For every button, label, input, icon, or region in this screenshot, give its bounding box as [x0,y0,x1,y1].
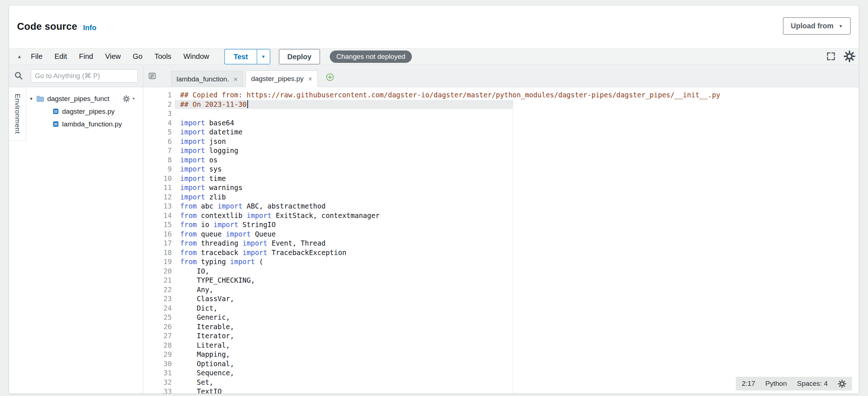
menu-find[interactable]: Find [79,52,93,61]
test-button[interactable]: Test [224,49,257,64]
language-mode[interactable]: Python [765,380,787,388]
tab-strip: lambda_function. × dagster_pipes.py × [143,65,859,87]
text-cursor [247,100,248,108]
code-line[interactable]: Sequence, [175,368,859,378]
menu-go[interactable]: Go [133,52,142,61]
sidebar-search-area [9,65,143,87]
caret-down-icon: ▼ [261,54,265,59]
file-label: lambda_function.py [62,120,122,128]
gutter[interactable]: 1234567891011121314151617181920212223242… [143,87,175,394]
menu-list: File Edit Find View Go Tools Window [31,52,209,61]
collapse-panel-icon[interactable]: ▲ [17,54,22,59]
code-line[interactable]: import zlib [175,193,859,202]
code-line[interactable]: from io import StringIO [175,220,859,230]
code-line[interactable] [175,109,859,118]
search-tab-band: lambda_function. × dagster_pipes.py × [9,65,859,87]
code-line[interactable]: from typing import ( [175,257,859,267]
page-title: Code source [17,21,77,32]
code-line[interactable]: from contextlib import ExitStack, contex… [175,211,859,221]
code-line[interactable]: ## Copied from: https://raw.githubuserco… [175,90,859,100]
open-tabs: lambda_function. × dagster_pipes.py × [171,70,334,87]
file-label: dagster_pipes.py [62,108,115,116]
close-icon[interactable]: × [308,75,312,82]
deploy-button[interactable]: Deploy [279,49,320,64]
tab-label: dagster_pipes.py [251,75,304,83]
tree-folder-row[interactable]: ▼ dagster_pipes_funct [26,92,141,105]
editor-settings-gear-icon[interactable] [838,380,846,388]
environment-tab[interactable]: Environment [9,87,26,141]
editor-statusbar: 2:17 Python Spaces: 4 [736,377,852,391]
spaces-setting[interactable]: Spaces: 4 [797,380,828,388]
caret-down-icon: ▼ [132,97,135,101]
tab-lambda-function[interactable]: lambda_function. × [171,71,243,87]
tab-label: lambda_function. [177,75,229,83]
code-line[interactable]: import logging [175,146,859,155]
code-line[interactable]: from traceback import TracebackException [175,248,859,258]
python-file-icon [52,121,59,128]
code-line[interactable]: Generic, [175,313,859,322]
cursor-position[interactable]: 2:17 [742,380,755,388]
code-line[interactable]: import os [175,155,859,165]
editor-content: Environment ▼ dagster_pipes_funct [9,87,859,394]
python-file-icon [52,108,59,115]
test-split-button: Test ▼ [224,49,270,64]
test-dropdown-button[interactable]: ▼ [257,49,270,64]
tree-file-lambda-function[interactable]: lambda_function.py [26,118,141,130]
code-line[interactable]: import json [175,137,859,146]
editor-menubar: ▲ File Edit Find View Go Tools Window Te… [9,48,859,65]
goto-anything-input[interactable] [31,69,138,82]
folder-icon [36,95,44,102]
file-tree: ▼ dagster_pipes_funct [26,92,141,130]
code-line[interactable]: from threading import Event, Thread [175,239,859,248]
code-editor[interactable]: 1234567891011121314151617181920212223242… [143,87,859,394]
caret-down-icon: ▼ [839,24,843,28]
settings-gear-icon[interactable] [844,50,855,62]
environment-sidebar: Environment ▼ dagster_pipes_funct [9,87,143,394]
code-line[interactable]: Dict, [175,304,859,313]
code-line[interactable]: ClassVar, [175,294,859,304]
folder-expand-icon[interactable]: ▼ [29,96,33,101]
code-line[interactable]: Literal, [175,341,859,350]
info-link[interactable]: Info [83,24,97,32]
code-line[interactable]: import sys [175,165,859,174]
upload-from-button[interactable]: Upload from ▼ [783,17,851,35]
menu-edit[interactable]: Edit [54,52,67,61]
code-line[interactable]: import datetime [175,128,859,137]
code-line[interactable]: TYPE_CHECKING, [175,276,859,285]
panel-header: Code source Info Upload from ▼ [9,5,859,48]
code-line[interactable]: Iterator, [175,331,859,341]
menu-view[interactable]: View [105,52,121,61]
new-tab-icon[interactable] [325,73,334,82]
close-icon[interactable]: × [234,76,238,83]
code-line[interactable]: import base64 [175,118,859,128]
tab-dagster-pipes[interactable]: dagster_pipes.py × [246,70,317,87]
code-line[interactable]: from queue import Queue [175,230,859,239]
code-line[interactable]: import time [175,174,859,183]
menu-tools[interactable]: Tools [154,52,171,61]
search-icon[interactable] [14,71,24,82]
tree-file-dagster-pipes[interactable]: dagster_pipes.py [26,105,141,118]
fullscreen-icon[interactable] [826,51,836,61]
menu-file[interactable]: File [31,52,42,61]
folder-settings-control[interactable]: ▼ [123,95,141,102]
environment-label: Environment [13,94,21,134]
code-line[interactable]: Any, [175,285,859,295]
code-line[interactable]: import warnings [175,183,859,193]
code-source-panel: Code source Info Upload from ▼ ▲ File Ed… [9,5,859,394]
code-line[interactable]: Mapping, [175,350,859,359]
code-line[interactable]: Optional, [175,359,859,369]
code-line[interactable]: Iterable, [175,322,859,332]
menu-window[interactable]: Window [183,52,209,61]
upload-from-label: Upload from [791,22,833,30]
code-line[interactable]: ## On 2023-11-30 [175,100,859,109]
tab-list-icon[interactable] [148,72,157,80]
changes-not-deployed-badge: Changes not deployed [330,50,412,63]
code-line[interactable]: IO, [175,267,859,276]
code-lines[interactable]: ## Copied from: https://raw.githubuserco… [175,87,859,394]
code-line[interactable]: from abc import ABC, abstractmethod [175,202,859,211]
folder-label: dagster_pipes_funct [47,95,109,103]
